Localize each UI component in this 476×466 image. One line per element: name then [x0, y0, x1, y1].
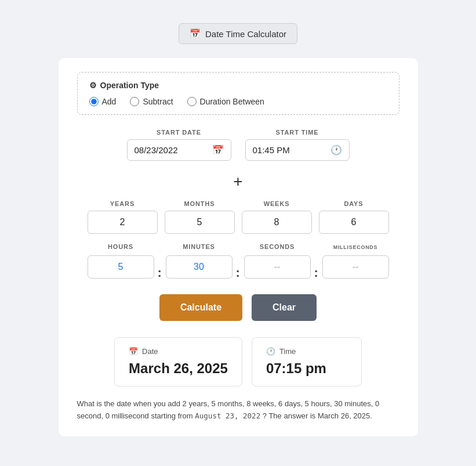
radio-duration-input[interactable] — [187, 97, 197, 106]
start-date-input[interactable] — [135, 145, 210, 155]
time-result-header: 🕐 Time — [266, 347, 347, 356]
date-result-label: Date — [142, 347, 158, 356]
radio-subtract-input[interactable] — [130, 97, 139, 106]
calculate-button[interactable]: Calculate — [159, 294, 242, 321]
sep-2: : — [232, 265, 244, 280]
time-picker-icon[interactable]: 🕐 — [330, 145, 342, 156]
milliseconds-input[interactable] — [322, 255, 389, 279]
date-result-card: 📅 Date March 26, 2025 — [114, 337, 242, 386]
time-result-value: 07:15 pm — [266, 360, 347, 377]
months-input[interactable] — [165, 211, 235, 234]
years-field: YEARS — [88, 200, 158, 234]
app-title: Date Time Calculator — [205, 29, 286, 39]
radio-duration-label: Duration Between — [200, 97, 264, 106]
result-row: 📅 Date March 26, 2025 🕐 Time 07:15 pm — [77, 337, 399, 386]
app-container: 📅 Date Time Calculator ⚙ Operation Type … — [12, 12, 464, 448]
months-field: MONTHS — [165, 200, 235, 234]
start-date-label: START DATE — [157, 129, 201, 136]
months-label: MONTHS — [184, 200, 215, 207]
title-pill: 📅 Date Time Calculator — [179, 23, 297, 44]
start-time-label: START TIME — [276, 129, 319, 136]
time-result-card: 🕐 Time 07:15 pm — [252, 337, 362, 386]
description-end: ? The answer is March 26, 2025. — [263, 411, 372, 420]
milliseconds-label: MILLISECONDS — [322, 244, 389, 250]
years-input[interactable] — [88, 211, 158, 234]
buttons-row: Calculate Clear — [77, 294, 399, 321]
start-time-input[interactable] — [253, 145, 328, 155]
radio-add[interactable]: Add — [89, 97, 117, 106]
days-label: DAYS — [344, 200, 363, 207]
years-label: YEARS — [110, 200, 135, 207]
time-result-icon: 🕐 — [266, 347, 275, 356]
radio-group: Add Subtract Duration Between — [89, 97, 387, 106]
radio-add-input[interactable] — [89, 97, 99, 106]
date-time-row: START DATE 📅 START TIME 🕐 — [77, 129, 399, 161]
sep-1: : — [154, 265, 166, 280]
radio-duration[interactable]: Duration Between — [187, 97, 264, 106]
date-result-header: 📅 Date — [129, 347, 228, 356]
main-card: ⚙ Operation Type Add Subtract Duration B… — [59, 58, 418, 436]
days-field: DAYS — [319, 200, 389, 234]
minutes-label: MINUTES — [166, 243, 232, 250]
operation-section: ⚙ Operation Type Add Subtract Duration B… — [77, 72, 399, 115]
start-date-group: START DATE 📅 — [127, 129, 231, 161]
seconds-label: SECONDS — [244, 243, 311, 250]
calendar-title-icon: 📅 — [190, 28, 201, 39]
description-code: August 23, 2022 — [195, 411, 260, 420]
start-time-group: START TIME 🕐 — [245, 129, 350, 161]
date-picker-icon[interactable]: 📅 — [212, 145, 224, 156]
radio-subtract[interactable]: Subtract — [130, 97, 173, 106]
duration-grid: YEARS MONTHS WEEKS DAYS — [88, 200, 389, 234]
weeks-label: WEEKS — [264, 200, 290, 207]
time-result-label: Time — [279, 347, 296, 356]
start-date-input-wrapper[interactable]: 📅 — [127, 139, 231, 161]
gear-icon: ⚙ — [89, 81, 97, 90]
minutes-input[interactable] — [166, 255, 232, 279]
radio-subtract-label: Subtract — [143, 97, 173, 106]
title-bar: 📅 Date Time Calculator — [23, 23, 453, 44]
hours-label: HOURS — [88, 243, 154, 250]
date-result-value: March 26, 2025 — [129, 360, 228, 377]
start-time-input-wrapper[interactable]: 🕐 — [245, 139, 350, 161]
weeks-input[interactable] — [242, 211, 312, 234]
weeks-field: WEEKS — [242, 200, 312, 234]
radio-add-label: Add — [102, 97, 117, 106]
clear-button[interactable]: Clear — [252, 294, 317, 321]
operation-title: ⚙ Operation Type — [89, 81, 387, 90]
plus-symbol: + — [77, 172, 399, 191]
hours-input[interactable] — [88, 255, 154, 279]
seconds-input[interactable] — [244, 255, 311, 279]
sep-3: : — [311, 265, 322, 280]
date-result-icon: 📅 — [129, 347, 138, 356]
description-text: What is the date when you add 2 years, 5… — [77, 398, 399, 422]
days-input[interactable] — [319, 211, 389, 234]
